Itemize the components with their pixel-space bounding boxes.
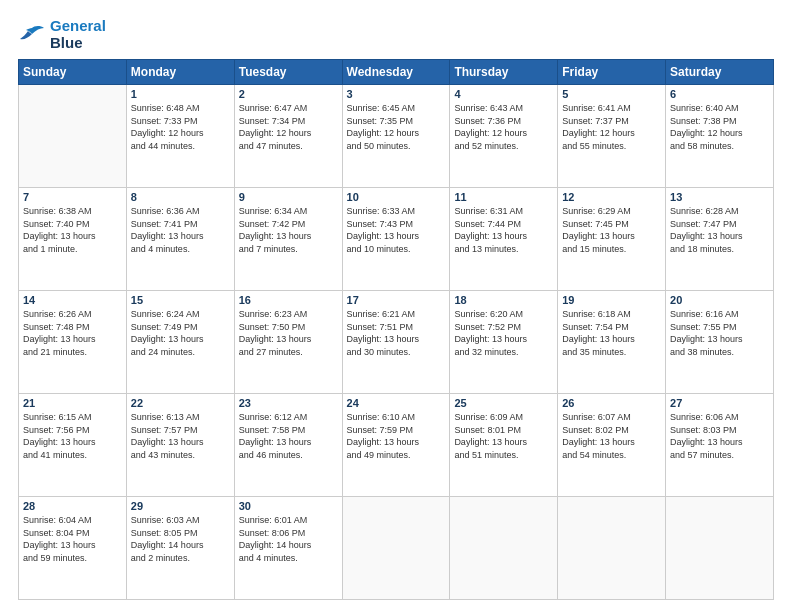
day-info: Sunrise: 6:13 AMSunset: 7:57 PMDaylight:…	[131, 411, 230, 461]
calendar-cell	[19, 85, 127, 188]
day-number: 19	[562, 294, 661, 306]
day-number: 16	[239, 294, 338, 306]
day-info: Sunrise: 6:16 AMSunset: 7:55 PMDaylight:…	[670, 308, 769, 358]
calendar-cell: 3Sunrise: 6:45 AMSunset: 7:35 PMDaylight…	[342, 85, 450, 188]
calendar-cell: 23Sunrise: 6:12 AMSunset: 7:58 PMDayligh…	[234, 394, 342, 497]
weekday-sunday: Sunday	[19, 60, 127, 85]
calendar-cell: 27Sunrise: 6:06 AMSunset: 8:03 PMDayligh…	[666, 394, 774, 497]
day-number: 27	[670, 397, 769, 409]
day-number: 24	[347, 397, 446, 409]
calendar-cell: 29Sunrise: 6:03 AMSunset: 8:05 PMDayligh…	[126, 497, 234, 600]
day-number: 17	[347, 294, 446, 306]
weekday-tuesday: Tuesday	[234, 60, 342, 85]
calendar-cell: 20Sunrise: 6:16 AMSunset: 7:55 PMDayligh…	[666, 291, 774, 394]
calendar-cell: 1Sunrise: 6:48 AMSunset: 7:33 PMDaylight…	[126, 85, 234, 188]
calendar-cell: 28Sunrise: 6:04 AMSunset: 8:04 PMDayligh…	[19, 497, 127, 600]
calendar-cell: 26Sunrise: 6:07 AMSunset: 8:02 PMDayligh…	[558, 394, 666, 497]
weekday-monday: Monday	[126, 60, 234, 85]
day-number: 6	[670, 88, 769, 100]
calendar-cell: 16Sunrise: 6:23 AMSunset: 7:50 PMDayligh…	[234, 291, 342, 394]
day-number: 9	[239, 191, 338, 203]
week-row-1: 1Sunrise: 6:48 AMSunset: 7:33 PMDaylight…	[19, 85, 774, 188]
calendar-cell: 22Sunrise: 6:13 AMSunset: 7:57 PMDayligh…	[126, 394, 234, 497]
calendar-cell: 21Sunrise: 6:15 AMSunset: 7:56 PMDayligh…	[19, 394, 127, 497]
calendar-cell	[558, 497, 666, 600]
day-info: Sunrise: 6:38 AMSunset: 7:40 PMDaylight:…	[23, 205, 122, 255]
weekday-wednesday: Wednesday	[342, 60, 450, 85]
day-info: Sunrise: 6:12 AMSunset: 7:58 PMDaylight:…	[239, 411, 338, 461]
calendar-cell: 6Sunrise: 6:40 AMSunset: 7:38 PMDaylight…	[666, 85, 774, 188]
day-info: Sunrise: 6:04 AMSunset: 8:04 PMDaylight:…	[23, 514, 122, 564]
day-number: 1	[131, 88, 230, 100]
calendar-cell: 24Sunrise: 6:10 AMSunset: 7:59 PMDayligh…	[342, 394, 450, 497]
day-info: Sunrise: 6:10 AMSunset: 7:59 PMDaylight:…	[347, 411, 446, 461]
day-info: Sunrise: 6:21 AMSunset: 7:51 PMDaylight:…	[347, 308, 446, 358]
week-row-2: 7Sunrise: 6:38 AMSunset: 7:40 PMDaylight…	[19, 188, 774, 291]
day-number: 3	[347, 88, 446, 100]
calendar-cell: 5Sunrise: 6:41 AMSunset: 7:37 PMDaylight…	[558, 85, 666, 188]
day-number: 30	[239, 500, 338, 512]
day-info: Sunrise: 6:41 AMSunset: 7:37 PMDaylight:…	[562, 102, 661, 152]
logo-icon	[18, 24, 46, 46]
day-number: 8	[131, 191, 230, 203]
calendar-cell: 25Sunrise: 6:09 AMSunset: 8:01 PMDayligh…	[450, 394, 558, 497]
calendar-cell: 8Sunrise: 6:36 AMSunset: 7:41 PMDaylight…	[126, 188, 234, 291]
day-info: Sunrise: 6:24 AMSunset: 7:49 PMDaylight:…	[131, 308, 230, 358]
calendar-cell: 4Sunrise: 6:43 AMSunset: 7:36 PMDaylight…	[450, 85, 558, 188]
calendar-cell: 18Sunrise: 6:20 AMSunset: 7:52 PMDayligh…	[450, 291, 558, 394]
day-number: 23	[239, 397, 338, 409]
day-info: Sunrise: 6:34 AMSunset: 7:42 PMDaylight:…	[239, 205, 338, 255]
calendar-cell: 10Sunrise: 6:33 AMSunset: 7:43 PMDayligh…	[342, 188, 450, 291]
weekday-thursday: Thursday	[450, 60, 558, 85]
day-number: 2	[239, 88, 338, 100]
day-number: 7	[23, 191, 122, 203]
day-info: Sunrise: 6:20 AMSunset: 7:52 PMDaylight:…	[454, 308, 553, 358]
logo-text: General Blue	[50, 18, 106, 51]
day-info: Sunrise: 6:28 AMSunset: 7:47 PMDaylight:…	[670, 205, 769, 255]
weekday-saturday: Saturday	[666, 60, 774, 85]
week-row-3: 14Sunrise: 6:26 AMSunset: 7:48 PMDayligh…	[19, 291, 774, 394]
day-number: 21	[23, 397, 122, 409]
day-info: Sunrise: 6:40 AMSunset: 7:38 PMDaylight:…	[670, 102, 769, 152]
calendar-cell: 9Sunrise: 6:34 AMSunset: 7:42 PMDaylight…	[234, 188, 342, 291]
day-number: 25	[454, 397, 553, 409]
calendar-cell: 7Sunrise: 6:38 AMSunset: 7:40 PMDaylight…	[19, 188, 127, 291]
header: General Blue	[18, 18, 774, 51]
day-info: Sunrise: 6:09 AMSunset: 8:01 PMDaylight:…	[454, 411, 553, 461]
calendar-cell	[450, 497, 558, 600]
day-info: Sunrise: 6:45 AMSunset: 7:35 PMDaylight:…	[347, 102, 446, 152]
day-info: Sunrise: 6:01 AMSunset: 8:06 PMDaylight:…	[239, 514, 338, 564]
day-number: 15	[131, 294, 230, 306]
week-row-5: 28Sunrise: 6:04 AMSunset: 8:04 PMDayligh…	[19, 497, 774, 600]
calendar-cell: 2Sunrise: 6:47 AMSunset: 7:34 PMDaylight…	[234, 85, 342, 188]
day-info: Sunrise: 6:15 AMSunset: 7:56 PMDaylight:…	[23, 411, 122, 461]
day-number: 29	[131, 500, 230, 512]
day-number: 5	[562, 88, 661, 100]
calendar-cell	[342, 497, 450, 600]
weekday-friday: Friday	[558, 60, 666, 85]
day-number: 28	[23, 500, 122, 512]
day-number: 13	[670, 191, 769, 203]
day-number: 20	[670, 294, 769, 306]
calendar-cell: 19Sunrise: 6:18 AMSunset: 7:54 PMDayligh…	[558, 291, 666, 394]
day-info: Sunrise: 6:43 AMSunset: 7:36 PMDaylight:…	[454, 102, 553, 152]
day-info: Sunrise: 6:36 AMSunset: 7:41 PMDaylight:…	[131, 205, 230, 255]
day-info: Sunrise: 6:26 AMSunset: 7:48 PMDaylight:…	[23, 308, 122, 358]
day-info: Sunrise: 6:31 AMSunset: 7:44 PMDaylight:…	[454, 205, 553, 255]
day-info: Sunrise: 6:47 AMSunset: 7:34 PMDaylight:…	[239, 102, 338, 152]
day-number: 22	[131, 397, 230, 409]
calendar-cell: 30Sunrise: 6:01 AMSunset: 8:06 PMDayligh…	[234, 497, 342, 600]
day-info: Sunrise: 6:33 AMSunset: 7:43 PMDaylight:…	[347, 205, 446, 255]
page: General Blue SundayMondayTuesdayWednesda…	[0, 0, 792, 612]
day-number: 10	[347, 191, 446, 203]
day-number: 14	[23, 294, 122, 306]
day-number: 26	[562, 397, 661, 409]
day-number: 4	[454, 88, 553, 100]
day-info: Sunrise: 6:06 AMSunset: 8:03 PMDaylight:…	[670, 411, 769, 461]
day-number: 12	[562, 191, 661, 203]
calendar-cell	[666, 497, 774, 600]
logo: General Blue	[18, 18, 106, 51]
day-info: Sunrise: 6:03 AMSunset: 8:05 PMDaylight:…	[131, 514, 230, 564]
calendar-cell: 11Sunrise: 6:31 AMSunset: 7:44 PMDayligh…	[450, 188, 558, 291]
day-info: Sunrise: 6:18 AMSunset: 7:54 PMDaylight:…	[562, 308, 661, 358]
